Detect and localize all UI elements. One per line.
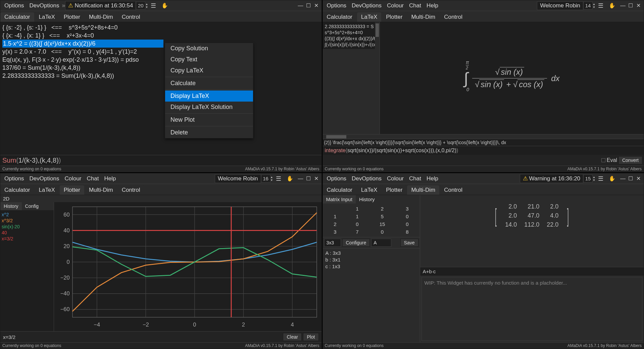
menu-options[interactable]: Options	[324, 2, 349, 10]
menu-colour[interactable]: Colour	[384, 2, 406, 10]
latex-line[interactable]: s^3+5s^2+8s+4=0	[325, 30, 378, 36]
menu-devoptions[interactable]: DevOptions	[27, 175, 62, 183]
ctx-calculate[interactable]: Calculate	[165, 78, 253, 89]
scrollbar-horizontal[interactable]	[323, 134, 644, 139]
menu-colour[interactable]: Colour	[62, 175, 84, 183]
maximize-button[interactable]: ☐	[626, 175, 634, 182]
clear-button[interactable]: Clear	[283, 333, 301, 341]
close-button[interactable]: ✕	[312, 2, 320, 9]
subtab-history[interactable]: History	[356, 195, 378, 203]
menu-chat[interactable]: Chat	[406, 2, 424, 10]
font-size-spinner[interactable]: 16	[261, 175, 270, 182]
tab-control[interactable]: Control	[118, 185, 144, 195]
tab-plotter[interactable]: Plotter	[60, 185, 84, 195]
integrate-input[interactable]: integrate(sqrt(sin(x))/(sqrt(sin(x))+sqr…	[323, 146, 644, 155]
plot-item[interactable]: x^3/2	[2, 218, 52, 224]
tab-calculator[interactable]: Calculator	[323, 185, 357, 195]
tab-latex[interactable]: LaTeX	[357, 185, 381, 195]
subtab-history[interactable]: History	[0, 202, 22, 210]
maximize-button[interactable]: ☐	[626, 2, 634, 9]
plot-item[interactable]: sin(x)·20	[2, 224, 52, 230]
close-button[interactable]: ✕	[312, 175, 320, 182]
calc-line[interactable]: y(x) = 2.0·x - 7.0 <== y''(x) = 0 , y(4)…	[2, 48, 319, 56]
menu-options[interactable]: Options	[2, 2, 27, 10]
hand-icon[interactable]	[606, 2, 618, 9]
calc-input[interactable]: Sum(1/(k-3),(k,4,8))	[0, 155, 321, 166]
ctx-display-latex-solution[interactable]: Display LaTeX Solution	[165, 102, 253, 113]
plot-expr-input[interactable]: x=3/2	[3, 334, 15, 340]
plot-history-list[interactable]: x^2 x^3/2 sin(x)·20 40 x=3/2	[0, 210, 54, 243]
convert-button[interactable]: Convert	[618, 156, 642, 164]
ctx-copy-latex[interactable]: Copy LaTeX	[165, 65, 253, 76]
font-size-spinner[interactable]: 15	[583, 175, 593, 182]
tab-plotter[interactable]: Plotter	[382, 12, 406, 22]
plot-item[interactable]: x=3/2	[2, 236, 52, 242]
eval-checkbox[interactable]	[601, 158, 605, 162]
ctx-new-plot[interactable]: New Plot	[165, 114, 253, 125]
tab-calculator[interactable]: Calculator	[323, 12, 357, 22]
matrix-vars[interactable]: A : 3x3b : 3x1c : 1x3	[323, 248, 420, 342]
menu-icon[interactable]: ☰	[148, 2, 159, 9]
tab-control[interactable]: Control	[440, 185, 466, 195]
menu-devoptions[interactable]: DevOptions	[349, 175, 384, 183]
tab-calculator[interactable]: Calculator	[0, 12, 34, 22]
matrix-var[interactable]: b : 3x1	[326, 256, 417, 263]
menu-help[interactable]: Help	[101, 175, 118, 183]
minimize-button[interactable]: —	[296, 3, 304, 9]
latex-line[interactable]: ((3)(∫ d(x²)/dx+x dx)(2))/6	[325, 36, 378, 42]
minimize-button[interactable]: —	[618, 3, 626, 9]
menu-chat[interactable]: Chat	[84, 175, 102, 183]
minimize-button[interactable]: —	[296, 176, 304, 182]
tab-multidim[interactable]: Multi-Dim	[85, 12, 117, 22]
configure-button[interactable]: Configure	[342, 239, 370, 247]
matrix-grid[interactable]: 1231150201503708	[323, 203, 420, 237]
tab-multidim[interactable]: Multi-Dim	[407, 185, 439, 195]
calc-line[interactable]: 2.28333333333333 = Sum(1/(k-3),(k,4,8))	[2, 72, 319, 80]
tab-latex[interactable]: LaTeX	[357, 12, 381, 22]
save-button[interactable]: Save	[400, 239, 418, 247]
tab-multidim[interactable]: Multi-Dim	[407, 12, 439, 22]
plot-canvas[interactable]: −4−2024−60−40−200204060	[54, 202, 321, 331]
menu-icon[interactable]: ☰	[595, 2, 606, 9]
latex-line[interactable]: 2.28333333333333 = S	[325, 23, 378, 30]
menu-options[interactable]: Options	[2, 175, 27, 183]
tab-control[interactable]: Control	[118, 12, 144, 22]
menu-chat[interactable]: Chat	[406, 175, 424, 183]
calc-line[interactable]: Eq(u(x, y), F(3·x - 2·y)·exp(-2·x/13 - 3…	[2, 56, 319, 64]
menu-help[interactable]: Help	[424, 175, 441, 183]
tab-plotter[interactable]: Plotter	[60, 12, 84, 22]
menu-icon[interactable]: ☰	[273, 175, 284, 182]
calc-line[interactable]: { {x: -4} , {x: 1} } <== x²+3x-4=0	[2, 32, 319, 40]
tab-control[interactable]: Control	[440, 12, 466, 22]
hand-icon[interactable]	[284, 175, 296, 182]
latex-code[interactable]: {2}} \frac{\sqrt{\sin{\left(x \right)}}}…	[323, 139, 644, 146]
subtab-config[interactable]: Config	[22, 202, 42, 210]
latex-line[interactable]: ∫(√(sin(x))/(√(sin(x))+√(co	[325, 42, 378, 48]
plot-button[interactable]: Plot	[303, 333, 318, 341]
ctx-copy-text[interactable]: Copy Text	[165, 54, 253, 65]
plot-item[interactable]: 40	[2, 230, 52, 236]
tab-multidim[interactable]: Multi-Dim	[85, 185, 117, 195]
matrix-expr[interactable]: A+b·c	[420, 267, 644, 276]
calc-line[interactable]: 137/60 = Sum(1/(k-3),(k,4,8))	[2, 64, 319, 72]
hand-icon[interactable]	[159, 2, 171, 9]
menu-help[interactable]: Help	[424, 2, 441, 10]
matrix-name-input[interactable]	[371, 239, 391, 247]
ctx-display-latex[interactable]: Display LaTeX	[165, 91, 253, 102]
close-button[interactable]: ✕	[634, 2, 642, 9]
ctx-delete[interactable]: Delete	[165, 127, 253, 138]
scrollbar-vertical[interactable]	[375, 22, 380, 134]
minimize-button[interactable]: —	[618, 176, 626, 182]
close-button[interactable]: ✕	[634, 175, 642, 182]
tab-calculator[interactable]: Calculator	[0, 185, 34, 195]
matrix-var[interactable]: A : 3x3	[326, 250, 417, 256]
ctx-copy-solution[interactable]: Copy Solution	[165, 43, 253, 54]
hand-icon[interactable]	[606, 175, 618, 182]
notification-bar[interactable]: Warning at 16:36:20	[520, 174, 583, 183]
latex-history[interactable]: 2.28333333333333 = Ss^3+5s^2+8s+4=0((3)(…	[323, 22, 380, 49]
font-size-spinner[interactable]: 14	[583, 2, 593, 9]
menu-options[interactable]: Options	[324, 175, 349, 183]
calc-line[interactable]: 1.5·x^2 = ((3)(∫ d(x²)/dx+x dx)(2))/6	[2, 40, 163, 48]
calc-history[interactable]: { {s: -2} , {s: -1} } <== s^3+5s^2+8s+4=…	[0, 22, 321, 81]
notification-bar[interactable]: Notification at 16:30:54	[65, 1, 136, 10]
